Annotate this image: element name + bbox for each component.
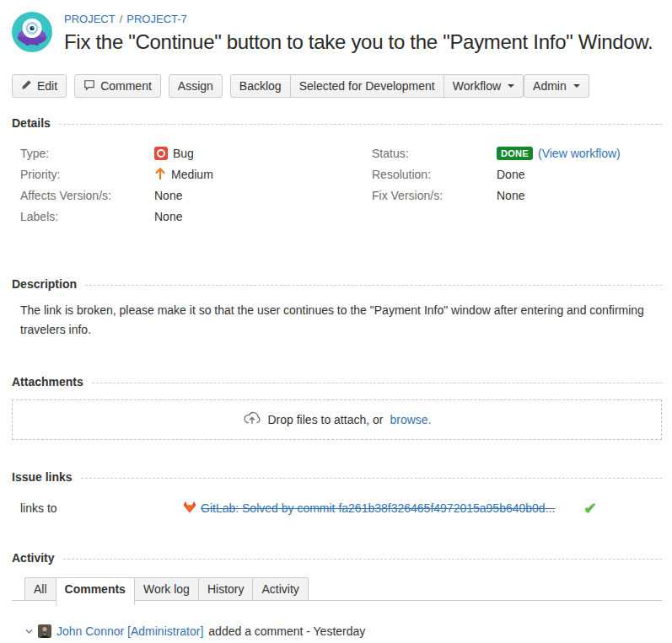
admin-button-label: Admin: [533, 79, 567, 93]
comment-bubble-icon: [83, 79, 95, 94]
bug-type-icon: [154, 147, 168, 160]
affects-version-value: None: [154, 189, 182, 202]
fix-version-value: None: [497, 189, 524, 202]
fix-version-label: Fix Version/s:: [372, 189, 497, 202]
upload-cloud-icon: [243, 410, 261, 431]
comment-header: John Connor [Administrator] added a comm…: [12, 624, 662, 638]
activity-section: Activity All Comments Work log History A…: [12, 551, 662, 643]
workflow-dropdown-button[interactable]: Workflow: [444, 74, 524, 98]
project-avatar-icon: [12, 12, 52, 52]
backlog-button-label: Backlog: [239, 79, 282, 93]
issue-link-row: links to GitLab: Solved by commit fa261b…: [12, 499, 662, 517]
breadcrumb: PROJECT/PROJECT-7: [64, 13, 653, 26]
backlog-button[interactable]: Backlog: [230, 74, 291, 98]
user-avatar: [38, 624, 51, 638]
assign-button[interactable]: Assign: [169, 74, 223, 98]
workflow-button-group: Backlog Selected for Development Workflo…: [230, 74, 524, 98]
tab-comments[interactable]: Comments: [56, 577, 135, 606]
resolution-value: Done: [497, 168, 524, 181]
comment-button-label: Comment: [100, 79, 152, 93]
issue-link-text: GitLab: Solved by commit fa261b38f326465…: [201, 501, 555, 515]
field-priority: Priority: Medium: [20, 163, 353, 185]
assign-button-label: Assign: [178, 79, 213, 93]
attachments-heading: Attachments: [12, 375, 662, 388]
field-labels: Labels: None: [20, 206, 353, 227]
breadcrumb-project-link[interactable]: PROJECT: [64, 13, 116, 25]
chevron-down-icon: [508, 84, 514, 88]
tab-history[interactable]: History: [198, 577, 254, 601]
details-grid: Type: Bug Priority: Medium: [12, 142, 662, 227]
activity-tabs: All Comments Work log History Activity: [12, 577, 662, 601]
description-section: Description The link is broken, please m…: [12, 277, 662, 340]
status-label: Status:: [372, 147, 497, 160]
field-status: Status: DONE (View workflow): [372, 142, 662, 163]
priority-value: Medium: [171, 168, 213, 181]
breadcrumb-separator: /: [116, 13, 127, 25]
description-heading: Description: [12, 277, 662, 291]
header-text: PROJECT/PROJECT-7 Fix the "Continue" but…: [64, 12, 653, 54]
priority-medium-icon: [154, 166, 166, 182]
details-left-column: Type: Bug Priority: Medium: [20, 142, 353, 227]
selected-for-development-label: Selected for Development: [299, 79, 435, 93]
field-resolution: Resolution: Done: [372, 163, 662, 185]
tab-activity[interactable]: Activity: [252, 577, 308, 601]
issue-title: Fix the "Continue" button to take you to…: [64, 30, 653, 54]
details-right-column: Status: DONE (View workflow) Resolution:…: [353, 142, 662, 227]
toolbar: Edit Comment Assign Backlog Selected for…: [12, 74, 662, 98]
resolved-check-icon: ✔: [583, 501, 597, 517]
comment-author-link[interactable]: John Connor [Administrator]: [56, 624, 203, 638]
field-affects-version: Affects Version/s: None: [20, 185, 353, 206]
chevron-down-icon: [573, 84, 580, 88]
dropzone-text: Drop files to attach, or: [268, 413, 384, 426]
issue-links-section: Issue links links to GitLab: Solved by c…: [12, 470, 662, 517]
collapse-chevron-icon[interactable]: [25, 628, 33, 635]
browse-link[interactable]: browse.: [390, 413, 431, 426]
selected-for-development-button[interactable]: Selected for Development: [290, 74, 444, 98]
breadcrumb-issue-link[interactable]: PROJECT-7: [126, 13, 187, 25]
labels-label: Labels:: [20, 210, 154, 223]
issue-header: PROJECT/PROJECT-7 Fix the "Continue" but…: [12, 12, 662, 54]
details-heading: Details: [12, 116, 662, 130]
tab-all[interactable]: All: [24, 577, 56, 601]
edit-button[interactable]: Edit: [12, 74, 67, 98]
details-section: Details Type: Bug Priority: Me: [12, 116, 662, 227]
field-fix-version: Fix Version/s: None: [372, 185, 662, 206]
gitlab-icon: [183, 501, 196, 516]
comment-action-text: added a comment - Yesterday: [208, 624, 365, 638]
tab-work-log[interactable]: Work log: [134, 577, 199, 601]
activity-heading: Activity: [12, 551, 662, 565]
labels-value: None: [154, 210, 182, 223]
issue-links-heading: Issue links: [12, 470, 662, 484]
issue-page: PROJECT/PROJECT-7 Fix the "Continue" but…: [0, 0, 672, 643]
admin-dropdown-button[interactable]: Admin: [524, 74, 589, 98]
issue-link-relation: links to: [20, 501, 183, 515]
type-label: Type:: [20, 147, 154, 160]
comment-button[interactable]: Comment: [74, 74, 161, 98]
field-type: Type: Bug: [20, 142, 353, 163]
view-workflow-link[interactable]: (View workflow): [538, 147, 621, 160]
edit-button-label: Edit: [37, 79, 57, 93]
resolution-label: Resolution:: [372, 168, 497, 181]
priority-label: Priority:: [20, 168, 154, 181]
attachments-dropzone[interactable]: Drop files to attach, or browse.: [12, 399, 662, 440]
status-badge: DONE: [497, 147, 533, 160]
type-value: Bug: [173, 147, 194, 160]
description-text: The link is broken, please make it so th…: [12, 301, 658, 340]
gitlab-commit-link[interactable]: GitLab: Solved by commit fa261b38f326465…: [183, 501, 555, 516]
workflow-button-label: Workflow: [453, 79, 501, 93]
attachments-section: Attachments Drop files to attach, or bro…: [12, 375, 662, 440]
affects-version-label: Affects Version/s:: [20, 189, 154, 202]
pencil-icon: [21, 79, 32, 93]
